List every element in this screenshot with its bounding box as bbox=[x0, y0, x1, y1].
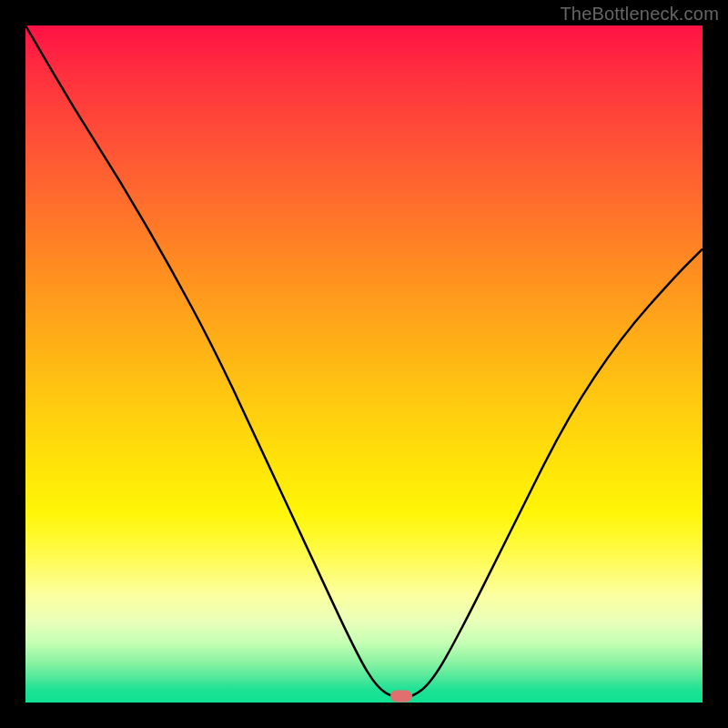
watermark-text: TheBottleneck.com bbox=[560, 4, 719, 25]
chart-frame: TheBottleneck.com bbox=[0, 0, 728, 728]
bottleneck-curve bbox=[25, 25, 703, 698]
optimal-balance-marker bbox=[390, 691, 412, 703]
curve-svg bbox=[25, 25, 703, 703]
plot-area bbox=[25, 25, 703, 703]
